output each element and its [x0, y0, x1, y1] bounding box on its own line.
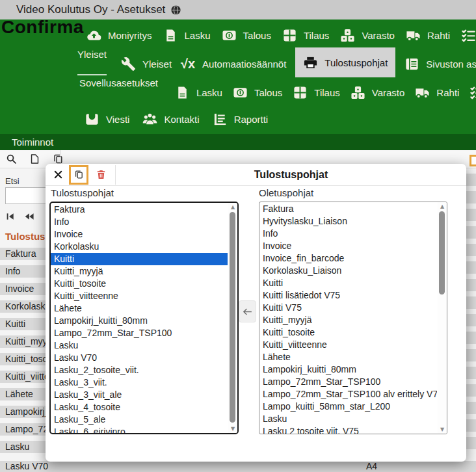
nav-item-label: Tilaus [314, 87, 339, 98]
template-option[interactable]: Invoice [51, 228, 228, 241]
template-option[interactable]: Lähete [259, 351, 437, 363]
template-option[interactable]: Kuitti_myyjä [259, 314, 437, 326]
nav-item-lasku[interactable]: Lasku [163, 28, 211, 43]
nav-item-label: Sivuston asetukset [426, 59, 476, 70]
new-document-icon[interactable] [29, 153, 40, 164]
pager-first-icon[interactable] [5, 211, 16, 222]
template-option[interactable]: Lampokirj_kuitti_80mm [51, 315, 228, 327]
delete-icon[interactable] [96, 169, 107, 180]
template-option[interactable]: Kuitti lisätiedot V75 [259, 289, 437, 302]
nav-item-kontakti[interactable]: Kontakti [142, 112, 199, 127]
nav-item-label: Tulostuspohjat [324, 57, 388, 68]
template-option[interactable]: Kuitti_tosoite [259, 326, 437, 339]
template-option[interactable]: Invoice [259, 240, 437, 252]
nav-item-yleiset[interactable]: Yleiset [121, 57, 172, 72]
template-option[interactable]: Lähete [51, 302, 228, 315]
template-option[interactable]: Lasku_3_viit. [51, 376, 228, 389]
template-option[interactable]: Info [51, 216, 228, 228]
nav-group-sovellusasetukset[interactable]: Sovellusasetukset [79, 75, 158, 88]
templates-listbox[interactable]: FakturaInfoInvoiceKorkolaskuKuittiKuitti… [49, 202, 239, 434]
template-option[interactable]: Kuitti [259, 277, 437, 289]
template-option[interactable]: Invoice_fin_barcode [259, 252, 437, 265]
cloud-upload-icon [86, 28, 101, 43]
template-option[interactable]: Hyvityslasku_Liaison [259, 215, 437, 228]
nav-row-communication: ViestiKontaktiRaportti [85, 109, 268, 127]
move-left-button[interactable] [239, 300, 256, 322]
nav-item-viesti[interactable]: Viesti [85, 112, 129, 127]
scroll-down-icon[interactable]: ▼ [438, 426, 447, 432]
search-label: Etsi [5, 176, 20, 186]
sqrt-x-icon: √x [181, 57, 196, 72]
template-option[interactable]: Lasku V70 [51, 352, 228, 364]
template-option[interactable]: Lampo_72mm_Star_TSP100 alv erittely V70 [259, 388, 437, 400]
nav-item-projekti[interactable]: Projekti [469, 85, 476, 100]
site-settings-icon [404, 57, 419, 72]
brand-logo: Confirma [1, 20, 84, 38]
template-option[interactable]: Lasku_2_tosoite_viit. [51, 364, 228, 376]
template-option[interactable]: Lampo_72mm_Star_TSP100 [259, 376, 437, 388]
nav-item-label: Lasku [196, 87, 222, 98]
nav-item-label: Kontakti [164, 114, 199, 125]
template-option[interactable]: Lampo_72mm_Star_TSP100 [51, 327, 228, 339]
template-option[interactable]: Kuitti_tosoite [51, 278, 228, 290]
pager-prev-icon[interactable] [24, 211, 34, 222]
template-option[interactable]: Lampo_kuitti_58mm_star_L200 [259, 400, 437, 413]
nav-item-rahti[interactable]: Rahti [415, 85, 459, 100]
nav-item-rahti[interactable]: Rahti [406, 28, 450, 43]
defaults-listbox[interactable]: FakturaHyvityslasku_LiaisonInfoInvoiceIn… [259, 202, 447, 434]
template-option[interactable]: Kuitti_viitteenne [51, 290, 228, 302]
table-row[interactable]: Lasku V70 A4 [0, 461, 476, 472]
nav-group-yleiset[interactable]: Yleiset [77, 47, 107, 75]
nav-item-automaatios-nn-t[interactable]: √xAutomaatiosäännöt [181, 57, 286, 72]
table-row-edge [466, 244, 476, 256]
nav-item-label: Varasto [362, 30, 395, 41]
scroll-down-icon[interactable]: ▼ [228, 426, 237, 432]
nav-item-tilaus[interactable]: Tilaus [282, 28, 329, 43]
template-option[interactable]: Kuitti V75 [259, 302, 437, 314]
nav-item-raportti[interactable]: Raportti [213, 112, 269, 127]
wrench-icon [121, 57, 136, 72]
template-option[interactable]: Faktura [51, 203, 228, 216]
nav-item-sivuston-asetukset[interactable]: Sivuston asetukset [404, 57, 476, 72]
nav-item-moniyritys[interactable]: Moniyritys [86, 28, 152, 43]
defaults-scrollbar[interactable]: ▲ ▼ [438, 202, 447, 434]
template-option[interactable]: Lasku [259, 413, 437, 425]
template-option[interactable]: Lasku_3_viit_ale [51, 389, 228, 401]
search-icon[interactable] [6, 153, 17, 164]
scroll-up-icon[interactable]: ▲ [228, 204, 237, 210]
close-icon[interactable] [53, 170, 63, 179]
template-option[interactable]: Kuitti_viitteenne [259, 339, 437, 351]
main-content: Etsi Tulostuspohja FakturaInfoInvoiceKor… [0, 150, 476, 472]
scrollbar-thumb[interactable] [230, 212, 235, 423]
template-option[interactable]: Korkolasku [51, 241, 228, 253]
copy-button[interactable] [69, 165, 88, 185]
copy-icon[interactable] [53, 153, 64, 164]
template-option[interactable]: Faktura [259, 203, 437, 215]
nav-item-tulostuspohjat[interactable]: Tulostuspohjat [295, 47, 395, 77]
scrollbar-thumb[interactable] [439, 211, 445, 295]
scroll-up-icon[interactable]: ▲ [438, 203, 447, 209]
nav-item-talous[interactable]: Talous [222, 28, 271, 43]
template-option[interactable]: Lasku_5_ale [51, 413, 228, 426]
app-root: { "colors": { "header_green": "#15771b",… [0, 0, 476, 472]
nav-item-talous[interactable]: Talous [233, 85, 282, 100]
nav-item-varasto[interactable]: Varasto [340, 28, 395, 43]
nav-item-checklist[interactable] [461, 28, 476, 43]
template-option[interactable]: Kuitti [51, 253, 228, 265]
nav-item-varasto[interactable]: Varasto [350, 85, 405, 100]
table-row-edge [466, 261, 476, 274]
templates-scrollbar[interactable]: ▲ ▼ [228, 203, 237, 433]
template-option[interactable]: Lasku 2 tosoite viit. V75 [259, 425, 437, 434]
template-option[interactable]: Korkolasku_Liaison [259, 265, 437, 277]
app-header: Confirma MoniyritysLaskuTalousTilausVara… [0, 20, 476, 134]
nav-item-label: Yleiset [142, 59, 172, 70]
nav-item-lasku[interactable]: Lasku [175, 85, 222, 100]
template-option[interactable]: Lasku [51, 339, 228, 352]
coin-icon [233, 85, 248, 100]
template-option[interactable]: Lasku_6_eirivinro [51, 426, 228, 434]
nav-item-tilaus[interactable]: Tilaus [293, 85, 339, 100]
template-option[interactable]: Kuitti_myyjä [51, 265, 228, 278]
template-option[interactable]: Info [259, 228, 437, 240]
template-option[interactable]: Lasku_4_tosoite [51, 401, 228, 413]
template-option[interactable]: Lampokirj_kuitti_80mm [259, 363, 437, 376]
